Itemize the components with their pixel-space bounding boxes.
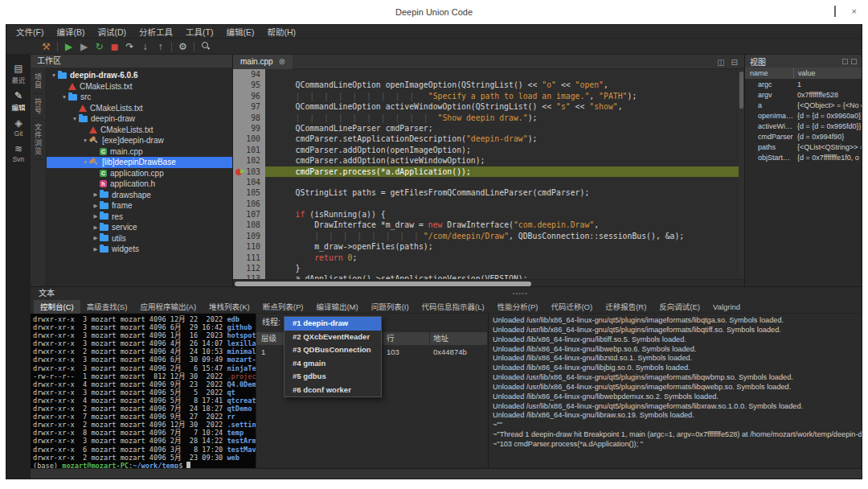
terminal[interactable]: drwxr-xr-x 3 mozart mozart 4096 12月 22 2… xyxy=(31,314,256,468)
tree-item[interactable]: ▶service xyxy=(47,222,232,233)
project-tree[interactable]: ▼deepin-draw-6.0.6CMakeLists.txt▼srcCMak… xyxy=(47,68,232,286)
line-number[interactable]: 104 xyxy=(233,177,265,187)
variable-row[interactable]: objStart…{d = 0x7fffffffe1f0, o … xyxy=(745,152,862,162)
sidebar-item-编辑[interactable]: ✎编辑 xyxy=(6,88,31,116)
tree-item[interactable]: CMakeLists.txt xyxy=(47,125,232,136)
chevron-right-icon[interactable]: ▶ xyxy=(92,246,100,253)
chevron-down-icon[interactable]: ▼ xyxy=(81,138,89,143)
chevron-down-icon[interactable]: ▼ xyxy=(60,94,68,100)
bottom-tab[interactable]: 编译输出(M) xyxy=(309,300,364,314)
menu-item[interactable]: 文件(F) xyxy=(10,26,50,38)
variable-row[interactable]: activeWi…{d = {d = 0x995fd0}} xyxy=(745,121,862,131)
line-number[interactable]: 99 xyxy=(233,123,265,134)
step-over-button[interactable]: ↷ xyxy=(122,39,137,54)
splitter-handle[interactable]: ••••• xyxy=(513,287,528,300)
chevron-right-icon[interactable]: ▶ xyxy=(92,203,100,209)
thread-dropdown-item[interactable]: #3 QDBusConnection xyxy=(285,343,381,357)
chevron-right-icon[interactable]: ▶ xyxy=(92,191,100,198)
thread-dropdown-item[interactable]: #2 QXcbEventReader xyxy=(285,331,381,344)
line-number[interactable]: 98 xyxy=(233,113,265,123)
menu-item[interactable]: 帮助(H) xyxy=(260,26,302,38)
variable-row[interactable]: argc1 xyxy=(745,79,862,89)
bottom-tab[interactable]: 代码迁移(O) xyxy=(544,300,599,314)
code-area[interactable]: 9495 QCommandLineOption openImageOption(… xyxy=(233,69,744,279)
run-file-button[interactable]: ▶ xyxy=(76,39,92,54)
line-number[interactable]: 105 xyxy=(233,187,265,198)
thread-dropdown-item[interactable]: #1 deepin-draw xyxy=(285,317,381,331)
tree-item[interactable]: ▼deepin-draw xyxy=(47,113,232,125)
tree-item[interactable]: happlication.h xyxy=(47,179,232,190)
tree-item[interactable]: ▼[lib]deepinDrawBase xyxy=(47,157,232,168)
chevron-right-icon[interactable]: ▶ xyxy=(92,235,100,241)
chevron-down-icon[interactable]: ▼ xyxy=(50,72,58,78)
menu-item[interactable]: 编辑(E) xyxy=(219,26,260,38)
line-number[interactable]: 101 xyxy=(233,145,265,155)
menu-item[interactable]: 调试(D) xyxy=(91,26,133,38)
split-vertical-icon[interactable]: ◫ xyxy=(717,58,724,67)
code-line[interactable]: 112 } xyxy=(233,263,744,273)
tree-item[interactable]: ▶drawshape xyxy=(47,190,232,201)
editor-vertical-scrollbar[interactable] xyxy=(739,69,744,279)
code-line[interactable]: 113 a.dApplication()->setApplicationVers… xyxy=(233,273,744,279)
line-number[interactable]: 109 xyxy=(233,231,265,241)
run-button[interactable]: ▶ xyxy=(61,39,76,54)
code-line[interactable]: 97 QCommandLineOption activeWindowOption… xyxy=(233,101,744,112)
editor-tab-main-cpp[interactable]: main.cpp ⊗ xyxy=(233,55,293,69)
sidebar-item-git[interactable]: ◈Git xyxy=(6,116,31,142)
editor-horizontal-scrollbar[interactable] xyxy=(233,279,744,286)
bottom-tab[interactable]: 堆栈列表(K) xyxy=(203,300,256,314)
scrollbar-thumb[interactable] xyxy=(235,281,531,286)
code-line[interactable]: 111 return 0; xyxy=(233,253,744,263)
bottom-tab[interactable]: 反向调试(E) xyxy=(653,300,706,314)
bottom-tab[interactable]: 断点列表(P) xyxy=(256,300,310,314)
bottom-tab[interactable]: 代码信息指示器(L) xyxy=(416,300,491,314)
step-out-button[interactable]: ↑ xyxy=(153,39,168,54)
thread-dropdown-item[interactable]: #4 gmain xyxy=(285,357,381,371)
variable-row[interactable]: cmdParser{d = 0x994f90} xyxy=(745,131,862,142)
line-number[interactable]: 107 xyxy=(233,209,265,220)
tree-item[interactable]: Capplication.cpp xyxy=(47,168,232,179)
close-button[interactable]: × xyxy=(852,7,857,16)
menu-item[interactable]: 编译(B) xyxy=(50,26,91,38)
menu-item[interactable]: 分析工具 xyxy=(133,26,179,38)
workspace-side-tab[interactable]: 项目 xyxy=(33,69,43,94)
code-line[interactable]: 107 if (isRunning(a)) { xyxy=(233,209,744,220)
panel-action-icon[interactable] xyxy=(842,59,848,64)
bottom-tab[interactable]: 应用程序输出(A) xyxy=(133,300,203,314)
workspace-side-tab[interactable]: 符号 xyxy=(33,94,43,119)
thread-dropdown-item[interactable]: #5 gdbus xyxy=(285,370,381,384)
line-number[interactable]: 96 xyxy=(233,91,265,101)
sidebar-item-最近[interactable]: ▤最近 xyxy=(6,61,31,88)
workspace-side-tab[interactable]: 文件浏览 xyxy=(33,119,43,160)
tree-item[interactable]: Cmain.cpp xyxy=(47,146,232,158)
tree-item[interactable]: ▶widgets xyxy=(47,244,232,255)
code-line[interactable]: 108 DrawInterface *m_draw = new DrawInte… xyxy=(233,220,744,230)
line-number[interactable]: 100 xyxy=(233,134,265,144)
line-number[interactable]: 95 xyxy=(233,80,265,90)
variable-row[interactable]: openIma…{d = {d = 0x9960a0}} xyxy=(745,110,862,121)
tree-item[interactable]: CMakeLists.txt xyxy=(47,81,232,92)
line-number[interactable]: 102 xyxy=(233,155,265,166)
tree-item[interactable]: ▶res xyxy=(47,212,232,223)
line-number[interactable]: 110 xyxy=(233,241,265,252)
code-line[interactable]: 95 QCommandLineOption openImageOption(QS… xyxy=(233,80,744,90)
code-line[interactable]: 109 | | | | | | | | "/com/deepin/Draw", … xyxy=(233,231,744,241)
bottom-tab[interactable]: 迁移报告(R) xyxy=(599,300,653,314)
variable-row[interactable]: a{<QObject> = {<No d… xyxy=(745,100,862,110)
line-number[interactable]: 94 xyxy=(233,69,265,80)
close-icon[interactable]: ⊗ xyxy=(279,57,285,66)
line-number[interactable]: 112 xyxy=(233,263,265,273)
line-number[interactable]: 113 xyxy=(233,273,265,279)
variable-row[interactable]: argv0x7fffffffe528 xyxy=(745,89,862,100)
tree-item[interactable]: ▼[exe]deepin-draw xyxy=(47,135,232,146)
tree-item[interactable]: ▶frame xyxy=(47,200,232,212)
line-number[interactable]: 106 xyxy=(233,199,265,209)
code-line[interactable]: 104 xyxy=(233,177,744,187)
bottom-tab[interactable]: Valgrind xyxy=(706,300,747,314)
chevron-right-icon[interactable]: ▶ xyxy=(92,213,100,220)
sidebar-item-svn[interactable]: ≋Svn xyxy=(6,142,31,167)
code-line[interactable]: 103 cmdParser.process(*a.dApplication())… xyxy=(233,166,744,177)
panel-action-icon[interactable] xyxy=(851,59,857,64)
build-button[interactable]: ⚒ xyxy=(39,39,54,54)
step-into-button[interactable]: ↓ xyxy=(137,39,153,54)
